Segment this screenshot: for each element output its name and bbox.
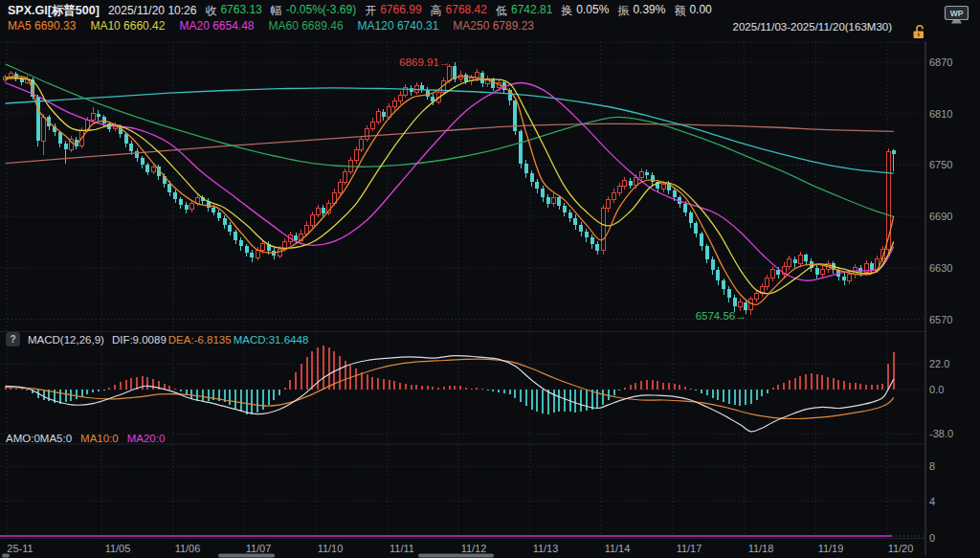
- amount-value: 0.00: [689, 3, 711, 19]
- amo-ma20-value: MA20:0: [127, 433, 166, 444]
- ma-line-ma60: [6, 64, 894, 217]
- ma-legend-item-ma5[interactable]: MA5 6690.33: [8, 19, 76, 33]
- amount-field: 额0.00: [674, 3, 711, 19]
- scrollbar-thumb: [418, 554, 494, 558]
- macd-lines-layer: [6, 356, 894, 432]
- quote-datetime: 2025/11/20 10:26: [108, 4, 197, 17]
- macd-tick-label: 22.0: [929, 358, 949, 369]
- date-tick-label[interactable]: 11/20: [888, 543, 914, 554]
- help-icon[interactable]: ?: [6, 332, 20, 346]
- amo-header: AMO:0 MA5:0 MA10:0 MA20:0: [6, 433, 173, 444]
- y-axis-labels: 68706810675066906630657022.00.0-38.0840: [929, 56, 953, 544]
- turnover-value: 0.05%: [576, 3, 609, 19]
- date-tick-label[interactable]: 11/11: [390, 543, 414, 554]
- open-field: 开6766.99: [365, 3, 421, 19]
- close-field: 收6763.13: [205, 3, 261, 19]
- scrollbar-thumb: [2, 554, 10, 558]
- date-range-label: 2025/11/03-2025/11/20(163M30): [733, 21, 892, 33]
- low-value: 6742.81: [511, 3, 552, 19]
- grid-layer: [0, 42, 925, 555]
- amo-tick-label: 4: [929, 496, 935, 507]
- date-tick-label[interactable]: 25-11: [7, 543, 33, 554]
- unlock-icon[interactable]: [911, 24, 927, 43]
- price-tick-label: 6870: [929, 56, 952, 68]
- macd-tick-label: 0.0: [929, 384, 944, 395]
- macd-macd-value: MACD:31.6448: [234, 334, 309, 346]
- date-tick-label[interactable]: 11/18: [748, 543, 774, 554]
- date-tick-label[interactable]: 11/07: [246, 543, 272, 554]
- amplitude-value: 0.39%: [633, 3, 665, 19]
- high-price-annotation: 6869.91→: [399, 56, 450, 68]
- amo-tick-label: 0: [929, 532, 935, 544]
- x-axis-labels: 25-1111/0511/0611/0711/1011/1111/1211/13…: [7, 543, 913, 554]
- ma-legend-row: MA5 6690.33MA10 6660.42MA20 6654.48MA60 …: [8, 19, 534, 33]
- date-tick-label[interactable]: 11/13: [533, 543, 559, 554]
- date-tick-label[interactable]: 11/10: [318, 543, 344, 554]
- wp-watermark-icon: WP: [944, 5, 970, 29]
- ma-line-ma10: [6, 78, 894, 294]
- amo-tick-label: 8: [929, 460, 935, 472]
- amo-ma10-value: MA10:0: [80, 433, 119, 444]
- date-tick-label[interactable]: 11/12: [461, 543, 487, 554]
- price-tick-label: 6810: [929, 108, 952, 120]
- ma-lines-layer: [6, 64, 894, 305]
- amo-ma5-value: MA5:0: [40, 433, 72, 444]
- macd-dif-value: DIF:9.0089: [112, 334, 167, 346]
- ma-legend-item-ma250[interactable]: MA250 6789.23: [453, 19, 534, 33]
- open-value: 6766.99: [380, 3, 421, 19]
- date-tick-label[interactable]: 11/05: [105, 543, 131, 554]
- dif-line: [6, 356, 894, 432]
- macd-tick-label: -38.0: [929, 428, 953, 439]
- scrollbar[interactable]: [2, 554, 494, 558]
- ma-legend-item-ma120[interactable]: MA120 6740.31: [358, 19, 439, 33]
- turnover-field: 换0.05%: [561, 3, 609, 19]
- amplitude-field: 振0.39%: [617, 3, 665, 19]
- quote-header: SPX.GI[标普500] 2025/11/20 10:26 收6763.13 …: [8, 3, 712, 19]
- ma-line-ma20: [6, 83, 894, 281]
- chart-canvas[interactable]: 6869.91→6574.56→687068106750669066306570…: [0, 0, 980, 558]
- price-tick-label: 6750: [929, 159, 952, 170]
- ma-line-ma5: [6, 76, 894, 304]
- low-price-annotation: 6574.56→: [696, 310, 746, 322]
- high-field: 高6768.42: [431, 3, 487, 19]
- change-field: 幅-0.05%(-3.69): [271, 3, 356, 19]
- ma-legend-item-ma10[interactable]: MA10 6660.42: [90, 19, 165, 33]
- candles-layer: [4, 62, 896, 315]
- price-tick-label: 6690: [929, 211, 952, 222]
- high-value: 6768.42: [446, 3, 487, 19]
- symbol-name[interactable]: SPX.GI[标普500]: [8, 3, 100, 19]
- scrollbar-thumb: [218, 554, 275, 558]
- date-tick-label[interactable]: 11/14: [605, 543, 631, 554]
- change-value: -0.05%(-3.69): [286, 3, 356, 19]
- svg-text:WP: WP: [950, 9, 964, 18]
- macd-header: ? MACD(12,26,9) DIF:9.0089 DEA:-6.8135 M…: [6, 332, 308, 346]
- price-tick-label: 6630: [929, 262, 952, 274]
- date-tick-label[interactable]: 11/19: [818, 543, 844, 554]
- ma-legend-item-ma60[interactable]: MA60 6689.46: [269, 19, 344, 33]
- date-tick-label[interactable]: 11/17: [677, 543, 702, 554]
- macd-params[interactable]: MACD(12,26,9): [28, 334, 104, 346]
- amo-value[interactable]: AMO:0: [6, 433, 40, 444]
- date-tick-label[interactable]: 11/06: [175, 543, 201, 554]
- macd-dea-value: DEA:-6.8135: [168, 334, 232, 346]
- trading-chart-window: 6869.91→6574.56→687068106750669066306570…: [0, 0, 980, 558]
- close-value: 6763.13: [220, 3, 261, 19]
- low-field: 低6742.81: [496, 3, 552, 19]
- price-tick-label: 6570: [929, 314, 952, 325]
- ma-legend-item-ma20[interactable]: MA20 6654.48: [179, 19, 254, 33]
